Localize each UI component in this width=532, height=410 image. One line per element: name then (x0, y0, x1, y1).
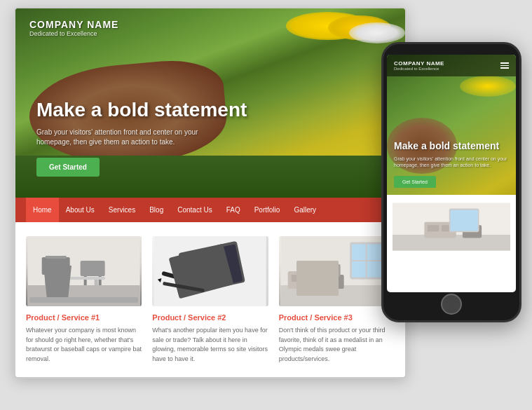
hero-cta-button[interactable]: Get Started (36, 158, 100, 177)
mobile-company-header: COMPANY NAME Dedicated to Excellence (387, 55, 516, 76)
svg-rect-4 (63, 275, 67, 285)
svg-point-27 (313, 263, 325, 280)
svg-rect-9 (49, 277, 105, 280)
nav-item-gallery[interactable]: Gallery (287, 198, 323, 222)
product-title-1: Product / Service #1 (26, 313, 142, 322)
product-title-2: Product / Service #2 (152, 313, 268, 322)
product-image-2 (152, 236, 268, 306)
scene: COMPANY NAME Dedicated to Excellence Mak… (0, 0, 532, 410)
svg-rect-10 (56, 280, 60, 285)
hero-title: Make a bold statement (36, 98, 247, 122)
mobile-company-tagline: Dedicated to Excellence (394, 67, 444, 71)
svg-rect-33 (428, 225, 439, 231)
desktop-company-tagline: Dedicated to Excellence (29, 30, 118, 37)
mobile-screen: COMPANY NAME Dedicated to Excellence Mak… (387, 55, 516, 292)
product-card-1: Product / Service #1 Whatever your compa… (26, 236, 142, 364)
company-header: COMPANY NAME Dedicated to Excellence (29, 19, 118, 37)
hero-subtitle: Grab your visitors' attention front and … (36, 128, 219, 147)
nav-item-portfolio[interactable]: Portfolio (247, 198, 287, 222)
product-card-3: Product / Service #3 Don't think of this… (279, 236, 395, 364)
svg-rect-11 (95, 280, 98, 285)
mobile-hero-title: Make a bold statement (394, 140, 509, 152)
mobile-company-name: COMPANY NAME (394, 60, 444, 67)
desktop-mockup: COMPANY NAME Dedicated to Excellence Mak… (14, 7, 407, 378)
mobile-hero-subtitle: Grab your visitors' attention front and … (394, 156, 509, 168)
hero-content: Make a bold statement Grab your visitors… (36, 98, 247, 177)
mobile-hero: COMPANY NAME Dedicated to Excellence Mak… (387, 55, 516, 195)
product-desc-2: What's another popular item you have for… (152, 326, 268, 364)
svg-rect-25 (291, 275, 303, 282)
product-desc-3: Don't think of this product or your thir… (279, 326, 395, 364)
nav-item-services[interactable]: Services (102, 198, 142, 222)
nav-item-about[interactable]: About Us (59, 198, 102, 222)
product-image-1 (26, 236, 142, 306)
svg-rect-26 (306, 275, 319, 282)
svg-rect-5 (46, 256, 67, 259)
mobile-product-section (387, 195, 516, 261)
svg-rect-37 (450, 210, 479, 232)
mobile-cta-button[interactable]: Get Started (394, 176, 436, 188)
product-image-3 (279, 236, 395, 306)
product-card-2: Product / Service #2 What's another popu… (152, 236, 268, 364)
hamburger-icon[interactable] (500, 62, 509, 69)
products-section: Product / Service #1 Whatever your compa… (15, 222, 405, 378)
nav-item-contact[interactable]: Contact Us (170, 198, 219, 222)
svg-rect-3 (46, 275, 49, 285)
desktop-nav: Home About Us Services Blog Contact Us F… (15, 198, 405, 222)
nav-item-home[interactable]: Home (26, 198, 59, 222)
mobile-company-info: COMPANY NAME Dedicated to Excellence (394, 60, 444, 71)
svg-rect-28 (326, 275, 343, 289)
svg-rect-6 (81, 261, 105, 276)
desktop-company-name: COMPANY NAME (29, 19, 118, 30)
product-desc-1: Whatever your company is most known for … (26, 326, 142, 364)
mobile-home-button[interactable] (441, 294, 462, 315)
hero-section: COMPANY NAME Dedicated to Excellence Mak… (15, 8, 405, 198)
mobile-mockup: COMPANY NAME Dedicated to Excellence Mak… (381, 42, 521, 322)
svg-rect-29 (329, 264, 340, 277)
svg-rect-2 (42, 257, 70, 275)
svg-rect-1 (28, 285, 140, 306)
product-title-3: Product / Service #3 (279, 313, 395, 322)
svg-rect-19 (280, 285, 393, 306)
mobile-hero-content: Make a bold statement Grab your visitors… (394, 140, 509, 188)
nav-item-blog[interactable]: Blog (142, 198, 170, 222)
nav-item-faq[interactable]: FAQ (219, 198, 247, 222)
svg-rect-12 (154, 236, 266, 306)
